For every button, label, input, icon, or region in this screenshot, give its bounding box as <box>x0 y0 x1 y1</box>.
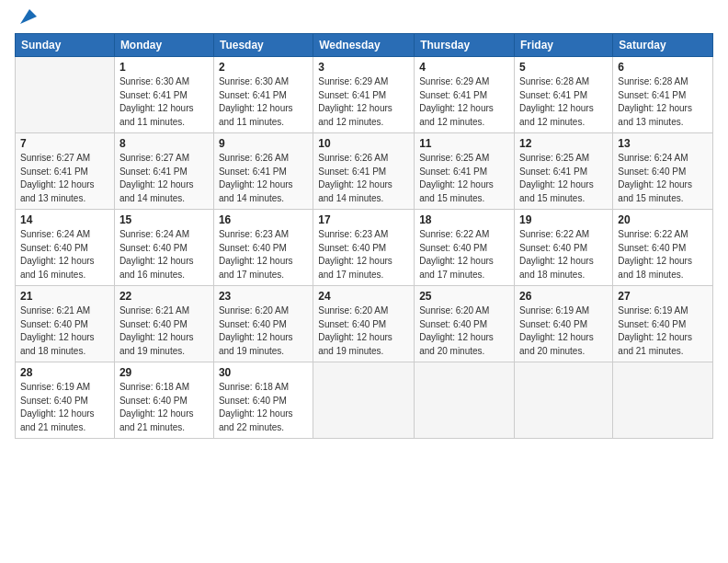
day-number: 25 <box>419 290 509 303</box>
day-number: 10 <box>318 137 409 150</box>
day-cell: 17Sunrise: 6:23 AM Sunset: 6:40 PM Dayli… <box>313 210 415 286</box>
day-cell <box>313 362 415 439</box>
day-cell: 8Sunrise: 6:27 AM Sunset: 6:41 PM Daylig… <box>114 133 213 210</box>
day-cell: 16Sunrise: 6:23 AM Sunset: 6:40 PM Dayli… <box>213 210 313 286</box>
day-cell: 26Sunrise: 6:19 AM Sunset: 6:40 PM Dayli… <box>515 286 613 362</box>
col-header-wednesday: Wednesday <box>313 34 415 57</box>
day-number: 1 <box>119 61 209 74</box>
day-number: 8 <box>119 137 209 150</box>
day-number: 9 <box>219 137 308 150</box>
day-number: 5 <box>519 61 608 74</box>
day-detail: Sunrise: 6:22 AM Sunset: 6:40 PM Dayligh… <box>519 228 608 282</box>
day-cell: 28Sunrise: 6:19 AM Sunset: 6:40 PM Dayli… <box>16 362 115 439</box>
day-number: 2 <box>219 61 308 74</box>
day-cell: 23Sunrise: 6:20 AM Sunset: 6:40 PM Dayli… <box>213 286 313 362</box>
day-detail: Sunrise: 6:22 AM Sunset: 6:40 PM Dayligh… <box>618 228 708 282</box>
day-detail: Sunrise: 6:24 AM Sunset: 6:40 PM Dayligh… <box>20 228 109 282</box>
day-number: 3 <box>318 61 409 74</box>
day-cell: 12Sunrise: 6:25 AM Sunset: 6:41 PM Dayli… <box>515 133 613 210</box>
day-cell: 4Sunrise: 6:29 AM Sunset: 6:41 PM Daylig… <box>415 57 515 133</box>
col-header-saturday: Saturday <box>613 34 713 57</box>
day-detail: Sunrise: 6:18 AM Sunset: 6:40 PM Dayligh… <box>119 381 209 434</box>
day-detail: Sunrise: 6:26 AM Sunset: 6:41 PM Dayligh… <box>219 152 308 205</box>
day-number: 7 <box>20 137 109 150</box>
day-number: 15 <box>119 213 209 226</box>
day-cell: 18Sunrise: 6:22 AM Sunset: 6:40 PM Dayli… <box>415 210 515 286</box>
day-cell: 22Sunrise: 6:21 AM Sunset: 6:40 PM Dayli… <box>114 286 213 362</box>
day-cell: 1Sunrise: 6:30 AM Sunset: 6:41 PM Daylig… <box>114 57 213 133</box>
day-detail: Sunrise: 6:20 AM Sunset: 6:40 PM Dayligh… <box>419 304 509 358</box>
week-row-1: 1Sunrise: 6:30 AM Sunset: 6:41 PM Daylig… <box>16 57 713 133</box>
day-number: 14 <box>20 213 109 226</box>
col-header-thursday: Thursday <box>415 34 515 57</box>
day-cell: 9Sunrise: 6:26 AM Sunset: 6:41 PM Daylig… <box>213 133 313 210</box>
day-cell: 20Sunrise: 6:22 AM Sunset: 6:40 PM Dayli… <box>613 210 713 286</box>
day-number: 11 <box>419 137 509 150</box>
col-header-monday: Monday <box>114 34 213 57</box>
svg-marker-0 <box>20 9 37 24</box>
day-detail: Sunrise: 6:20 AM Sunset: 6:40 PM Dayligh… <box>318 304 409 358</box>
day-cell: 2Sunrise: 6:30 AM Sunset: 6:41 PM Daylig… <box>213 57 313 133</box>
day-detail: Sunrise: 6:19 AM Sunset: 6:40 PM Dayligh… <box>20 381 109 434</box>
day-number: 26 <box>519 290 608 303</box>
day-cell: 25Sunrise: 6:20 AM Sunset: 6:40 PM Dayli… <box>415 286 515 362</box>
week-row-3: 14Sunrise: 6:24 AM Sunset: 6:40 PM Dayli… <box>16 210 713 286</box>
header <box>15 9 713 28</box>
day-detail: Sunrise: 6:30 AM Sunset: 6:41 PM Dayligh… <box>119 75 209 129</box>
day-cell <box>16 57 115 133</box>
day-number: 4 <box>419 61 509 74</box>
page: SundayMondayTuesdayWednesdayThursdayFrid… <box>0 0 728 563</box>
day-detail: Sunrise: 6:19 AM Sunset: 6:40 PM Dayligh… <box>519 304 608 358</box>
day-number: 29 <box>119 366 209 379</box>
day-number: 23 <box>219 290 308 303</box>
calendar-table: SundayMondayTuesdayWednesdayThursdayFrid… <box>15 33 713 439</box>
day-number: 27 <box>618 290 708 303</box>
day-number: 18 <box>419 213 509 226</box>
day-detail: Sunrise: 6:25 AM Sunset: 6:41 PM Dayligh… <box>419 152 509 205</box>
day-cell: 15Sunrise: 6:24 AM Sunset: 6:40 PM Dayli… <box>114 210 213 286</box>
day-number: 19 <box>519 213 608 226</box>
day-number: 6 <box>618 61 708 74</box>
day-detail: Sunrise: 6:18 AM Sunset: 6:40 PM Dayligh… <box>219 381 308 434</box>
logo <box>15 9 37 28</box>
day-detail: Sunrise: 6:28 AM Sunset: 6:41 PM Dayligh… <box>618 75 708 129</box>
day-cell: 6Sunrise: 6:28 AM Sunset: 6:41 PM Daylig… <box>613 57 713 133</box>
day-cell: 21Sunrise: 6:21 AM Sunset: 6:40 PM Dayli… <box>16 286 115 362</box>
day-detail: Sunrise: 6:24 AM Sunset: 6:40 PM Dayligh… <box>119 228 209 282</box>
day-cell: 13Sunrise: 6:24 AM Sunset: 6:40 PM Dayli… <box>613 133 713 210</box>
day-cell: 11Sunrise: 6:25 AM Sunset: 6:41 PM Dayli… <box>415 133 515 210</box>
day-cell: 10Sunrise: 6:26 AM Sunset: 6:41 PM Dayli… <box>313 133 415 210</box>
day-detail: Sunrise: 6:26 AM Sunset: 6:41 PM Dayligh… <box>318 152 409 205</box>
day-cell: 7Sunrise: 6:27 AM Sunset: 6:41 PM Daylig… <box>16 133 115 210</box>
day-cell: 24Sunrise: 6:20 AM Sunset: 6:40 PM Dayli… <box>313 286 415 362</box>
day-number: 28 <box>20 366 109 379</box>
day-cell: 27Sunrise: 6:19 AM Sunset: 6:40 PM Dayli… <box>613 286 713 362</box>
col-header-sunday: Sunday <box>16 34 115 57</box>
day-number: 30 <box>219 366 308 379</box>
day-cell: 30Sunrise: 6:18 AM Sunset: 6:40 PM Dayli… <box>213 362 313 439</box>
day-detail: Sunrise: 6:27 AM Sunset: 6:41 PM Dayligh… <box>119 152 209 205</box>
day-number: 17 <box>318 213 409 226</box>
day-detail: Sunrise: 6:19 AM Sunset: 6:40 PM Dayligh… <box>618 304 708 358</box>
week-row-2: 7Sunrise: 6:27 AM Sunset: 6:41 PM Daylig… <box>16 133 713 210</box>
day-cell: 14Sunrise: 6:24 AM Sunset: 6:40 PM Dayli… <box>16 210 115 286</box>
day-cell <box>613 362 713 439</box>
week-row-5: 28Sunrise: 6:19 AM Sunset: 6:40 PM Dayli… <box>16 362 713 439</box>
day-detail: Sunrise: 6:25 AM Sunset: 6:41 PM Dayligh… <box>519 152 608 205</box>
day-number: 24 <box>318 290 409 303</box>
day-detail: Sunrise: 6:27 AM Sunset: 6:41 PM Dayligh… <box>20 152 109 205</box>
day-detail: Sunrise: 6:20 AM Sunset: 6:40 PM Dayligh… <box>219 304 308 358</box>
day-cell <box>415 362 515 439</box>
day-detail: Sunrise: 6:23 AM Sunset: 6:40 PM Dayligh… <box>219 228 308 282</box>
day-cell: 19Sunrise: 6:22 AM Sunset: 6:40 PM Dayli… <box>515 210 613 286</box>
day-detail: Sunrise: 6:22 AM Sunset: 6:40 PM Dayligh… <box>419 228 509 282</box>
day-cell <box>515 362 613 439</box>
day-cell: 29Sunrise: 6:18 AM Sunset: 6:40 PM Dayli… <box>114 362 213 439</box>
day-number: 21 <box>20 290 109 303</box>
day-detail: Sunrise: 6:21 AM Sunset: 6:40 PM Dayligh… <box>20 304 109 358</box>
day-detail: Sunrise: 6:21 AM Sunset: 6:40 PM Dayligh… <box>119 304 209 358</box>
col-header-friday: Friday <box>515 34 613 57</box>
day-number: 12 <box>519 137 608 150</box>
week-row-4: 21Sunrise: 6:21 AM Sunset: 6:40 PM Dayli… <box>16 286 713 362</box>
header-row: SundayMondayTuesdayWednesdayThursdayFrid… <box>16 34 713 57</box>
